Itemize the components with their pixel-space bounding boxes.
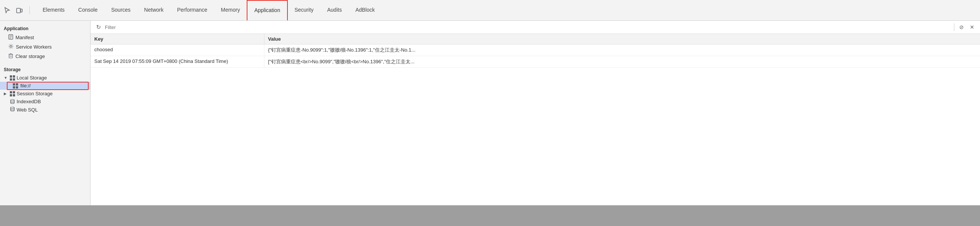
session-storage-label: Session Storage	[17, 91, 52, 96]
session-storage-icon	[10, 91, 15, 96]
filter-bar: ↻ ⊘ ✕	[91, 21, 980, 34]
filter-separator	[954, 23, 955, 31]
svg-rect-0	[17, 8, 21, 13]
indexeddb-label: IndexedDB	[17, 99, 41, 104]
tab-elements[interactable]: Elements	[36, 0, 71, 21]
clear-storage-label: Clear storage	[16, 54, 45, 59]
indexeddb-icon	[10, 99, 15, 104]
gear-icon	[8, 44, 14, 50]
websql-label: Web SQL	[17, 107, 38, 113]
manifest-label: Manifest	[16, 35, 34, 40]
filter-input[interactable]	[105, 24, 951, 30]
local-storage-icon	[10, 75, 15, 81]
main-panel: ↻ ⊘ ✕ Key Value choosed {"钉宫病重症患-No.9099…	[91, 21, 980, 226]
table-row[interactable]: Sat Sep 14 2019 07:55:09 GMT+0800 (China…	[91, 56, 980, 68]
data-table: Key Value choosed {"钉宫病重症患-No.9099":1,"嗷…	[91, 34, 980, 221]
clear-filter-button[interactable]: ✕	[968, 23, 976, 31]
local-storage-label: Local Storage	[17, 75, 47, 81]
devtools-toolbar: Elements Console Sources Network Perform…	[0, 0, 980, 21]
tab-memory[interactable]: Memory	[214, 0, 247, 21]
sidebar-item-clear-storage[interactable]: Clear storage	[0, 52, 90, 61]
value-column-header: Value	[264, 34, 980, 44]
bottom-bar	[0, 205, 980, 226]
chevron-right-icon: ▶	[4, 92, 8, 96]
trash-icon	[8, 53, 13, 60]
sidebar-item-service-workers[interactable]: Service Workers	[0, 42, 90, 52]
tab-security[interactable]: Security	[288, 0, 321, 21]
file-storage-icon	[13, 83, 18, 89]
svg-rect-7	[9, 54, 13, 58]
sidebar: Application Manifest Service Wo	[0, 21, 91, 226]
toolbar-icon-group	[3, 6, 30, 14]
cursor-icon[interactable]	[3, 6, 11, 14]
storage-section: Storage ▼ Local Storage file://	[0, 65, 90, 114]
session-storage-group: ▶ Session Storage	[0, 90, 90, 98]
table-row[interactable]: choosed {"钉宫病重症患-No.9099":1,"嗷嗷i狼-No.139…	[91, 44, 980, 56]
tab-sources[interactable]: Sources	[105, 0, 137, 21]
chevron-down-icon: ▼	[4, 76, 8, 80]
tab-application[interactable]: Application	[247, 0, 288, 21]
tab-audits[interactable]: Audits	[320, 0, 348, 21]
svg-point-13	[11, 107, 14, 109]
storage-section-title: Storage	[0, 65, 90, 74]
tab-adblock[interactable]: AdBlock	[348, 0, 381, 21]
file-storage-label: file://	[21, 83, 30, 89]
selected-outline	[7, 82, 89, 90]
websql-parent[interactable]: Web SQL	[0, 106, 90, 114]
svg-point-12	[11, 100, 14, 101]
sidebar-item-manifest[interactable]: Manifest	[0, 33, 90, 42]
file-storage-item[interactable]: file://	[0, 82, 90, 90]
key-column-header: Key	[91, 34, 264, 44]
key-cell: Sat Sep 14 2019 07:55:09 GMT+0800 (China…	[91, 56, 264, 68]
websql-icon	[10, 107, 15, 113]
session-storage-parent[interactable]: ▶ Session Storage	[0, 90, 90, 98]
service-workers-label: Service Workers	[16, 44, 52, 50]
devtools-body: Application Manifest Service Wo	[0, 21, 980, 226]
key-cell: choosed	[91, 44, 264, 56]
local-storage-parent[interactable]: ▼ Local Storage	[0, 74, 90, 82]
app-section-title: Application	[0, 24, 90, 33]
indexeddb-parent[interactable]: IndexedDB	[0, 98, 90, 106]
manifest-icon	[8, 34, 13, 41]
local-storage-group: ▼ Local Storage file://	[0, 74, 90, 90]
tab-network[interactable]: Network	[137, 0, 170, 21]
refresh-button[interactable]: ↻	[94, 23, 103, 31]
tab-list: Elements Console Sources Network Perform…	[36, 0, 382, 21]
tab-performance[interactable]: Performance	[170, 0, 214, 21]
block-button[interactable]: ⊘	[958, 23, 966, 31]
svg-rect-1	[21, 9, 22, 12]
value-cell: ["钉宫病重症患<br/>No.9099","嗷嗷i狼<br/>No.1396"…	[264, 56, 980, 68]
tab-console[interactable]: Console	[71, 0, 104, 21]
value-cell: {"钉宫病重症患-No.9099":1,"嗷嗷i狼-No.1396":1,"住之…	[264, 44, 980, 56]
svg-point-6	[10, 46, 12, 47]
device-icon[interactable]	[15, 6, 23, 14]
